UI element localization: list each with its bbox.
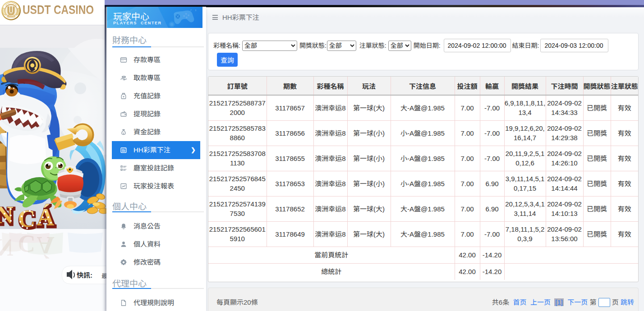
svg-text:Á: Á	[37, 204, 55, 231]
svg-text:CASINO: CASINO	[7, 15, 15, 17]
svg-text:快訊:: 快訊:	[77, 270, 92, 279]
